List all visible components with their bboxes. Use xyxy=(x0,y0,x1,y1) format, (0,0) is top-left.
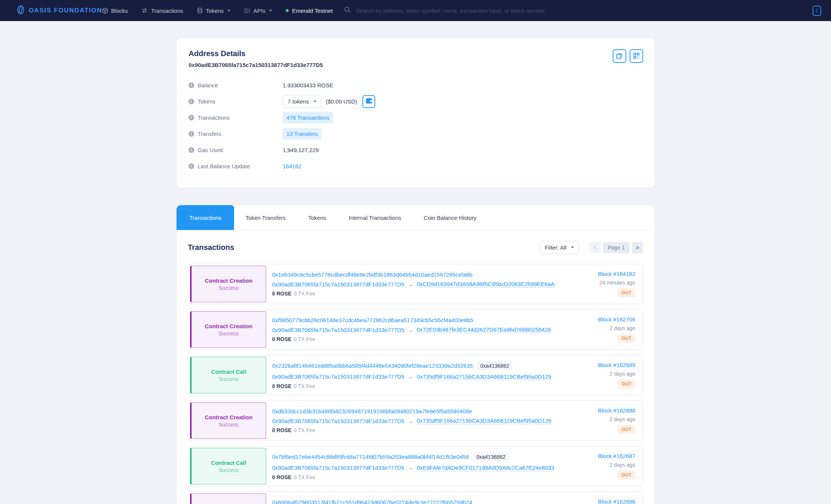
tx-from-link[interactable]: 0x90adE3B7065fa715c7a150313877dF1d33e777… xyxy=(272,418,404,424)
section-title: Transactions xyxy=(188,243,234,252)
wallet-button[interactable] xyxy=(362,95,375,108)
tx-value: 0 ROSE xyxy=(272,383,291,389)
tx-block-link[interactable]: Block #162706 xyxy=(598,316,635,323)
nav-item-transactions[interactable]: Transactions xyxy=(141,8,183,14)
tx-block-link[interactable]: Block #164182 xyxy=(598,271,635,277)
tx-to-link[interactable]: 0x735df9F166a2715bCA3D3A66B119CBef95a0D1… xyxy=(417,373,551,380)
field-label-text: Transfers xyxy=(198,131,221,137)
chevron-down-icon xyxy=(314,100,317,102)
field-label-text: Transactions xyxy=(198,114,230,121)
arrow-right-icon: → xyxy=(408,327,413,333)
tx-block-link[interactable]: Block #162687 xyxy=(598,453,635,459)
tx-type: Contract Creation xyxy=(205,277,253,284)
info-icon: i xyxy=(189,147,194,153)
qr-code-button[interactable] xyxy=(630,49,643,63)
tab[interactable]: Transactions xyxy=(177,205,234,230)
page-title: Address Details xyxy=(189,49,643,58)
tx-hash-link[interactable]: 0x1eb349c6c5cbe5778cdbecdf46e8e2bdf3b186… xyxy=(272,271,472,278)
transfers-count-badge[interactable]: 13 Transfers xyxy=(283,128,321,140)
field-gas-used: i Gas Used 1,949,127,229 xyxy=(189,142,643,158)
network-selector[interactable]: Emerald Testnet xyxy=(286,8,333,14)
tx-to-link[interactable]: 0xCD9d163947d3A58A9Bf5C95bcD2063E2599EE6… xyxy=(417,281,554,288)
tx-from-link[interactable]: 0x90adE3B7065fa715c7a150313877dF1d33e777… xyxy=(272,281,404,288)
tx-type: Contract Creation xyxy=(205,414,253,420)
tx-method-badge: 0xa4136862 xyxy=(473,452,508,461)
tx-block-link[interactable]: Block #162688 xyxy=(598,407,635,414)
tabs-card: Transactions Token Transfers Tokens Inte… xyxy=(177,205,654,504)
transactions-count-badge[interactable]: 478 Transactions xyxy=(283,112,333,123)
filter-dropdown[interactable]: Filter: All xyxy=(540,241,579,254)
last-balance-update-block-link[interactable]: 164182 xyxy=(283,163,301,169)
search-input[interactable] xyxy=(355,7,808,14)
tx-to-link[interactable]: 0x735df9F166a2715bCA3D3A66B119CBef95a0D1… xyxy=(417,417,551,424)
arrow-right-icon: → xyxy=(408,373,413,380)
tx-status-box: Contract Call Success xyxy=(190,448,266,484)
copy-address-button[interactable] xyxy=(613,49,626,63)
tx-status: Success xyxy=(219,330,239,337)
tab[interactable]: Token Transfers xyxy=(234,205,297,230)
tx-timestamp: 24 minutes ago xyxy=(599,280,635,286)
nav-item-tokens[interactable]: Tokens xyxy=(197,8,231,14)
tx-block-link[interactable]: Block #162686 xyxy=(598,498,635,504)
page-content: Address Details 0x90adE3B7065fa715c7a150… xyxy=(177,38,654,504)
info-icon: i xyxy=(189,131,194,137)
transaction-row: Contract Creation Success 0x6006af079803… xyxy=(188,492,643,504)
tx-status-box: Contract Call Success xyxy=(190,357,266,393)
tx-to-link[interactable]: 0x72E03b487fe3EC44d2627D67Ea96d766B02584… xyxy=(417,326,551,333)
arrow-right-icon: → xyxy=(408,418,413,424)
coins-icon xyxy=(197,8,203,14)
info-icon: i xyxy=(189,163,194,169)
tx-value: 0 ROSE xyxy=(272,474,291,480)
chevron-down-icon xyxy=(269,10,272,12)
arrow-right-icon: → xyxy=(408,464,413,471)
search-shortcut-badge: / xyxy=(813,6,821,16)
nav-item-apis[interactable]: APIs xyxy=(244,8,272,14)
chevron-down-icon xyxy=(571,247,574,248)
tx-value: 0 ROSE xyxy=(272,336,291,342)
brand-logo[interactable]: OASIS FOUNDATION xyxy=(17,5,102,16)
field-transfers: i Transfers 13 Transfers xyxy=(189,126,643,142)
tx-hash-link[interactable]: 0x7bf6ed17ebe4454c86d89fc68a7714fd07b59a… xyxy=(272,454,469,460)
qr-code-icon xyxy=(633,52,640,60)
tx-from-link[interactable]: 0x90adE3B7065fa715c7a150313877dF1d33e777… xyxy=(272,373,404,380)
tokens-usd-value: ($0.00 USD) xyxy=(326,98,357,105)
tab[interactable]: Tokens xyxy=(297,205,338,230)
cube-icon xyxy=(102,8,108,14)
prev-page-button[interactable]: < xyxy=(589,242,601,253)
transaction-row: Contract Creation Success 0x1eb349c6c5cb… xyxy=(188,264,643,304)
tx-hash-link[interactable]: 0x6006af079803513f41fb21c551d96423d6067b… xyxy=(272,499,472,504)
nav-item-blocks[interactable]: Blocks xyxy=(102,8,128,14)
tx-status-box: Contract Creation Success xyxy=(190,402,266,439)
search-icon xyxy=(344,6,351,15)
field-label-text: Gas Used xyxy=(198,147,223,153)
tx-hash-link[interactable]: 0x2326af8146461edd85a0bb6a505f4d4448e543… xyxy=(272,362,473,369)
tx-to-link[interactable]: 0xE9FAfe7dADe9CF0171d9A9D9A8c2Ca67E24e80… xyxy=(417,464,554,471)
tab[interactable]: Coin Balance History xyxy=(412,205,488,230)
chevron-down-icon xyxy=(227,10,230,12)
next-page-button[interactable]: > xyxy=(632,242,643,253)
info-icon: i xyxy=(189,99,194,104)
tx-direction-badge: OUT xyxy=(618,334,635,343)
tab[interactable]: Internal Transactions xyxy=(338,205,412,230)
transactions-header: Transactions Filter: All < Page 1 > xyxy=(188,241,643,254)
tx-from-link[interactable]: 0x90adE3B7065fa715c7a150313877dF1d33e777… xyxy=(272,327,404,333)
balance-value: 1.933003433 ROSE xyxy=(283,82,333,88)
field-tokens: i Tokens 7 tokens ($0.00 USD) xyxy=(189,93,643,110)
tx-status-box: Contract Creation Success xyxy=(190,266,266,302)
tx-status: Success xyxy=(219,285,239,291)
tx-hash-link[interactable]: 0xdb33dcc1d3b31b498fa9232694871919166bfa… xyxy=(272,408,472,414)
tx-hash-link[interactable]: 0xf9950779cbb26c06148e37cdc4bea772862cd6… xyxy=(272,317,473,323)
tab-label: Tokens xyxy=(308,215,326,221)
tx-timestamp: 2 days ago xyxy=(610,371,636,377)
gas-used-value: 1,949,127,229 xyxy=(283,147,319,153)
tx-from-link[interactable]: 0x90adE3B7065fa715c7a150313877dF1d33e777… xyxy=(272,464,404,471)
network-status-dot xyxy=(286,9,289,12)
tx-fee: 0 TX Fee xyxy=(294,474,315,480)
tx-timestamp: 2 days ago xyxy=(610,325,636,331)
tab-label: Token Transfers xyxy=(245,215,286,221)
nav-label: Tokens xyxy=(206,8,224,14)
tx-block-link[interactable]: Block #162689 xyxy=(598,362,635,368)
tokens-dropdown[interactable]: 7 tokens xyxy=(283,95,321,108)
tab-label: Internal Transactions xyxy=(349,215,401,221)
api-sliders-icon xyxy=(244,8,250,14)
